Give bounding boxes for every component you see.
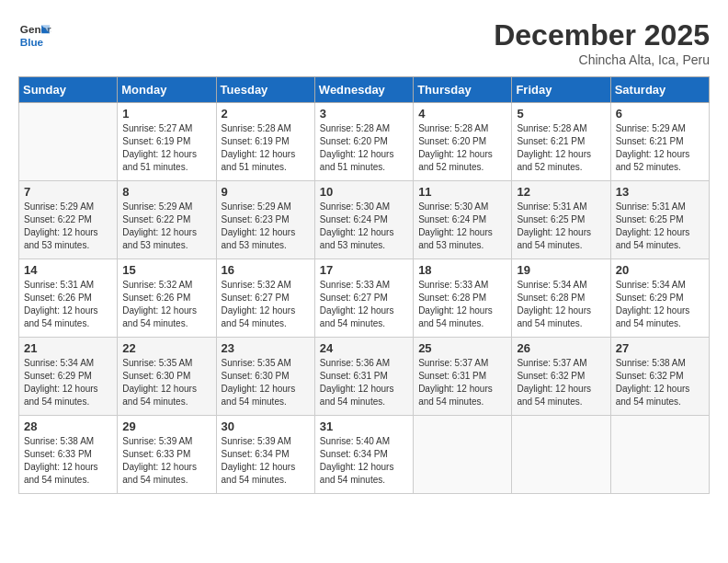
day-number: 15 [122,263,210,277]
day-info: Sunrise: 5:39 AM Sunset: 6:33 PM Dayligh… [122,435,210,487]
calendar-cell: 4Sunrise: 5:28 AM Sunset: 6:20 PM Daylig… [414,103,512,181]
page-header: General Blue December 2025 Chincha Alta,… [18,18,710,67]
calendar-cell [19,103,118,181]
day-number: 10 [320,185,408,199]
week-row-4: 21Sunrise: 5:34 AM Sunset: 6:29 PM Dayli… [19,338,710,416]
day-number: 3 [320,107,408,121]
day-info: Sunrise: 5:36 AM Sunset: 6:31 PM Dayligh… [320,357,408,408]
day-info: Sunrise: 5:28 AM Sunset: 6:20 PM Dayligh… [418,122,506,174]
calendar-cell [414,416,512,494]
calendar-cell: 13Sunrise: 5:31 AM Sunset: 6:25 PM Dayli… [610,181,709,259]
calendar-cell: 31Sunrise: 5:40 AM Sunset: 6:34 PM Dayli… [314,416,413,494]
day-info: Sunrise: 5:33 AM Sunset: 6:27 PM Dayligh… [320,279,408,330]
day-info: Sunrise: 5:37 AM Sunset: 6:31 PM Dayligh… [418,357,506,408]
calendar-table: SundayMondayTuesdayWednesdayThursdayFrid… [18,76,710,494]
day-info: Sunrise: 5:32 AM Sunset: 6:27 PM Dayligh… [222,279,310,330]
calendar-cell [512,416,610,494]
weekday-header-wednesday: Wednesday [314,77,413,103]
day-number: 26 [517,341,605,355]
weekday-header-friday: Friday [512,77,610,103]
day-number: 5 [517,107,605,121]
calendar-cell: 21Sunrise: 5:34 AM Sunset: 6:29 PM Dayli… [19,338,118,416]
calendar-cell: 12Sunrise: 5:31 AM Sunset: 6:25 PM Dayli… [512,181,610,259]
calendar-cell: 25Sunrise: 5:37 AM Sunset: 6:31 PM Dayli… [414,338,512,416]
day-number: 7 [24,185,112,199]
day-info: Sunrise: 5:40 AM Sunset: 6:34 PM Dayligh… [320,435,408,487]
week-row-2: 7Sunrise: 5:29 AM Sunset: 6:22 PM Daylig… [19,181,710,259]
calendar-cell: 1Sunrise: 5:27 AM Sunset: 6:19 PM Daylig… [118,103,216,181]
day-number: 19 [517,263,605,277]
day-info: Sunrise: 5:31 AM Sunset: 6:25 PM Dayligh… [616,201,704,252]
calendar-cell: 2Sunrise: 5:28 AM Sunset: 6:19 PM Daylig… [216,103,314,181]
month-title: December 2025 [494,18,710,52]
calendar-cell: 20Sunrise: 5:34 AM Sunset: 6:29 PM Dayli… [610,259,709,338]
day-number: 28 [24,419,112,433]
day-info: Sunrise: 5:35 AM Sunset: 6:30 PM Dayligh… [122,357,210,408]
logo-icon: General Blue [18,18,51,52]
day-info: Sunrise: 5:29 AM Sunset: 6:23 PM Dayligh… [222,201,310,252]
week-row-5: 28Sunrise: 5:38 AM Sunset: 6:33 PM Dayli… [19,416,710,494]
location: Chincha Alta, Ica, Peru [494,52,710,67]
day-number: 25 [418,341,506,355]
day-info: Sunrise: 5:27 AM Sunset: 6:19 PM Dayligh… [122,122,210,174]
calendar-cell: 27Sunrise: 5:38 AM Sunset: 6:32 PM Dayli… [610,338,709,416]
day-number: 24 [320,341,408,355]
week-row-3: 14Sunrise: 5:31 AM Sunset: 6:26 PM Dayli… [19,259,710,338]
calendar-cell: 11Sunrise: 5:30 AM Sunset: 6:24 PM Dayli… [414,181,512,259]
calendar-cell: 14Sunrise: 5:31 AM Sunset: 6:26 PM Dayli… [19,259,118,338]
weekday-header-sunday: Sunday [19,77,118,103]
calendar-cell: 9Sunrise: 5:29 AM Sunset: 6:23 PM Daylig… [216,181,314,259]
day-number: 11 [418,185,506,199]
day-info: Sunrise: 5:29 AM Sunset: 6:22 PM Dayligh… [24,201,112,252]
day-info: Sunrise: 5:37 AM Sunset: 6:32 PM Dayligh… [517,357,605,408]
day-number: 6 [616,107,704,121]
weekday-header-saturday: Saturday [610,77,709,103]
day-number: 4 [418,107,506,121]
svg-text:Blue: Blue [20,36,44,48]
calendar-cell: 10Sunrise: 5:30 AM Sunset: 6:24 PM Dayli… [314,181,413,259]
day-info: Sunrise: 5:28 AM Sunset: 6:19 PM Dayligh… [222,122,310,174]
calendar-cell: 28Sunrise: 5:38 AM Sunset: 6:33 PM Dayli… [19,416,118,494]
calendar-cell: 29Sunrise: 5:39 AM Sunset: 6:33 PM Dayli… [118,416,216,494]
day-info: Sunrise: 5:34 AM Sunset: 6:29 PM Dayligh… [24,357,112,408]
day-number: 8 [122,185,210,199]
calendar-cell: 5Sunrise: 5:28 AM Sunset: 6:21 PM Daylig… [512,103,610,181]
day-number: 30 [222,419,310,433]
weekday-header-tuesday: Tuesday [216,77,314,103]
day-info: Sunrise: 5:31 AM Sunset: 6:26 PM Dayligh… [24,279,112,330]
day-info: Sunrise: 5:28 AM Sunset: 6:20 PM Dayligh… [320,122,408,174]
day-number: 22 [122,341,210,355]
day-info: Sunrise: 5:29 AM Sunset: 6:22 PM Dayligh… [122,201,210,252]
calendar-cell: 18Sunrise: 5:33 AM Sunset: 6:28 PM Dayli… [414,259,512,338]
calendar-cell: 23Sunrise: 5:35 AM Sunset: 6:30 PM Dayli… [216,338,314,416]
day-info: Sunrise: 5:32 AM Sunset: 6:26 PM Dayligh… [122,279,210,330]
calendar-cell: 15Sunrise: 5:32 AM Sunset: 6:26 PM Dayli… [118,259,216,338]
day-number: 9 [222,185,310,199]
weekday-header-thursday: Thursday [414,77,512,103]
day-number: 14 [24,263,112,277]
day-number: 18 [418,263,506,277]
day-number: 1 [122,107,210,121]
day-number: 21 [24,341,112,355]
logo: General Blue [18,18,51,52]
calendar-cell: 3Sunrise: 5:28 AM Sunset: 6:20 PM Daylig… [314,103,413,181]
week-row-1: 1Sunrise: 5:27 AM Sunset: 6:19 PM Daylig… [19,103,710,181]
day-number: 31 [320,419,408,433]
day-info: Sunrise: 5:30 AM Sunset: 6:24 PM Dayligh… [418,201,506,252]
calendar-cell: 24Sunrise: 5:36 AM Sunset: 6:31 PM Dayli… [314,338,413,416]
day-info: Sunrise: 5:34 AM Sunset: 6:29 PM Dayligh… [616,279,704,330]
day-info: Sunrise: 5:33 AM Sunset: 6:28 PM Dayligh… [418,279,506,330]
day-info: Sunrise: 5:28 AM Sunset: 6:21 PM Dayligh… [517,122,605,174]
calendar-cell: 30Sunrise: 5:39 AM Sunset: 6:34 PM Dayli… [216,416,314,494]
calendar-cell: 22Sunrise: 5:35 AM Sunset: 6:30 PM Dayli… [118,338,216,416]
day-info: Sunrise: 5:34 AM Sunset: 6:28 PM Dayligh… [517,279,605,330]
day-info: Sunrise: 5:38 AM Sunset: 6:33 PM Dayligh… [24,435,112,487]
day-number: 27 [616,341,704,355]
day-number: 29 [122,419,210,433]
calendar-cell: 7Sunrise: 5:29 AM Sunset: 6:22 PM Daylig… [19,181,118,259]
day-info: Sunrise: 5:29 AM Sunset: 6:21 PM Dayligh… [616,122,704,174]
weekday-header-row: SundayMondayTuesdayWednesdayThursdayFrid… [19,77,710,103]
day-info: Sunrise: 5:31 AM Sunset: 6:25 PM Dayligh… [517,201,605,252]
calendar-cell: 16Sunrise: 5:32 AM Sunset: 6:27 PM Dayli… [216,259,314,338]
day-info: Sunrise: 5:35 AM Sunset: 6:30 PM Dayligh… [222,357,310,408]
